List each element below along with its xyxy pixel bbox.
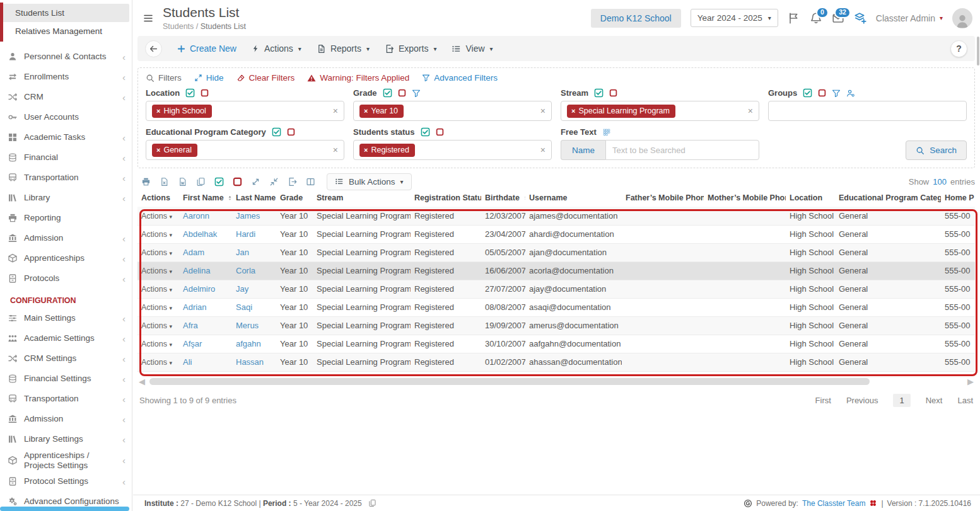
cell-last-name[interactable]: Merus: [232, 316, 276, 335]
chip-remove-icon[interactable]: ×: [364, 146, 368, 154]
cell-last-name[interactable]: Hassan: [232, 353, 276, 371]
breadcrumb-parent[interactable]: Students: [163, 22, 194, 31]
copy-toolbar-button[interactable]: [192, 174, 209, 189]
clear-field-icon[interactable]: ×: [540, 106, 545, 116]
columns-toolbar-button[interactable]: [302, 174, 319, 189]
row-actions-dropdown[interactable]: Actions ▾: [141, 230, 172, 239]
chip-remove-icon[interactable]: ×: [156, 146, 160, 154]
cell-first-name[interactable]: Afşar: [179, 335, 232, 353]
sidebar-item-reporting[interactable]: Reporting: [0, 208, 132, 228]
reports-dropdown[interactable]: Reports ▾: [317, 43, 370, 54]
redsq-icon[interactable]: [287, 128, 295, 136]
sidebar-item-apprenticeships[interactable]: Apprenticeships‹: [0, 248, 132, 268]
clear-field-icon[interactable]: ×: [540, 145, 545, 155]
cell-last-name[interactable]: Saqi: [232, 298, 276, 316]
redsq-icon[interactable]: [436, 128, 444, 136]
sidebar-item-financial[interactable]: Financial‹: [0, 147, 132, 168]
create-new-button[interactable]: Create New: [177, 43, 236, 54]
redsq-icon[interactable]: [398, 89, 406, 97]
sidebar-item-transportation[interactable]: Transportation‹: [0, 168, 132, 188]
userplus-icon[interactable]: [846, 89, 855, 98]
redsq-icon[interactable]: [609, 89, 617, 97]
cell-first-name[interactable]: Adrian: [179, 298, 232, 316]
cell-last-name[interactable]: afgahn: [232, 335, 276, 353]
sidebar-item-library[interactable]: Library‹: [0, 188, 132, 208]
free-text-input[interactable]: [605, 140, 759, 160]
view-dropdown[interactable]: View ▾: [452, 43, 493, 54]
table-row[interactable]: Actions ▾AdrianSaqiYear 10Special Learni…: [137, 298, 975, 316]
sidebar-item-admission[interactable]: Admission‹: [0, 409, 132, 429]
redsq-icon[interactable]: [201, 89, 209, 97]
avatar[interactable]: [952, 8, 972, 28]
redsq-toolbar-button[interactable]: [229, 174, 246, 189]
thgrid-icon[interactable]: [602, 128, 611, 137]
sidebar-item-transportation[interactable]: Transportation‹: [0, 389, 132, 409]
checksq-icon[interactable]: [272, 127, 281, 137]
sidebar-item-user-accounts[interactable]: User Accounts: [0, 107, 132, 127]
cell-last-name[interactable]: James: [232, 207, 276, 225]
bulk-actions-button[interactable]: Bulk Actions ▾: [327, 173, 412, 190]
sidebar-item-enrollments[interactable]: Enrollments‹: [0, 67, 132, 87]
free-text-field-select[interactable]: Name: [561, 140, 605, 160]
year-selector[interactable]: Year 2024 - 2025 ▾: [691, 9, 778, 27]
layers-add-icon[interactable]: [854, 12, 866, 25]
checksq-icon[interactable]: [803, 88, 812, 98]
filter-chip-general[interactable]: ×General: [152, 144, 197, 157]
checksq-icon[interactable]: [594, 88, 604, 98]
column-header-home-p[interactable]: Home P: [941, 192, 975, 207]
sidebar-item-admission[interactable]: Admission‹: [0, 228, 132, 248]
table-row[interactable]: Actions ▾AbdelhakHardiYear 10Special Lea…: [137, 225, 975, 243]
table-row[interactable]: Actions ▾AdelmiroJayYear 10Special Learn…: [137, 280, 975, 298]
school-selector[interactable]: Demo K12 School: [591, 9, 681, 28]
search-button[interactable]: Search: [906, 141, 967, 160]
page-next[interactable]: Next: [926, 396, 943, 405]
signout-toolbar-button[interactable]: [284, 174, 301, 189]
user-menu[interactable]: Classter Admin ▾: [876, 13, 943, 23]
clear-field-icon[interactable]: ×: [333, 145, 338, 155]
column-header-location[interactable]: Location: [786, 192, 835, 207]
clear-field-icon[interactable]: ×: [333, 106, 338, 116]
column-header-last-name[interactable]: Last Name: [232, 192, 276, 207]
redsq-icon[interactable]: [818, 89, 826, 97]
filter-chip-registered[interactable]: ×Registered: [359, 144, 415, 157]
row-actions-dropdown[interactable]: Actions ▾: [141, 285, 172, 294]
row-actions-dropdown[interactable]: Actions ▾: [141, 321, 172, 330]
filter-select-location[interactable]: ×High School×: [146, 101, 344, 121]
checksq-icon[interactable]: [383, 88, 392, 98]
sidebar-item-main-settings[interactable]: Main Settings‹: [0, 308, 132, 328]
cell-first-name[interactable]: Adelina: [179, 261, 232, 280]
cell-first-name[interactable]: Afra: [179, 316, 232, 335]
sidebar-item-protocols[interactable]: Protocols‹: [0, 268, 132, 289]
row-actions-dropdown[interactable]: Actions ▾: [141, 303, 172, 312]
sidebar-item-academic-tasks[interactable]: Academic Tasks‹: [0, 127, 132, 147]
printer-toolbar-button[interactable]: [137, 174, 155, 189]
table-row[interactable]: Actions ▾AliHassanYear 10Special Learnin…: [137, 353, 975, 371]
clear-filters-button[interactable]: Clear Filters: [236, 73, 295, 83]
notifications-bell-icon[interactable]: 0: [810, 12, 822, 25]
checksq-toolbar-button[interactable]: [211, 174, 228, 189]
classter-team-link[interactable]: The Classter Team: [802, 499, 865, 508]
filter-select-students-status[interactable]: ×Registered×: [353, 140, 552, 160]
exports-dropdown[interactable]: Exports ▾: [385, 43, 437, 54]
entries-count-select[interactable]: 100: [933, 177, 947, 187]
column-header-username[interactable]: Username: [525, 192, 622, 207]
page-first[interactable]: First: [815, 396, 831, 405]
funnel-icon[interactable]: [832, 89, 841, 98]
filter-select-grade[interactable]: ×Year 10×: [353, 101, 552, 121]
filter-chip-high-school[interactable]: ×High School: [152, 105, 212, 118]
back-button[interactable]: [145, 40, 162, 57]
column-header-first-name[interactable]: First Name: [179, 192, 232, 207]
sidebar-scrollbar[interactable]: [0, 507, 129, 511]
chip-remove-icon[interactable]: ×: [364, 107, 368, 115]
sidebar-item-personnel-contacts[interactable]: Personnel & Contacts‹: [0, 47, 132, 67]
checksq-icon[interactable]: [421, 127, 430, 137]
sidebar-item-crm[interactable]: CRM‹: [0, 87, 132, 107]
cell-last-name[interactable]: Hardi: [232, 225, 276, 243]
table-row[interactable]: Actions ▾AfraMerusYear 10Special Learnin…: [137, 316, 975, 335]
checksq-icon[interactable]: [185, 88, 195, 98]
sidebar-item-apprenticeships-projects-settings[interactable]: Apprenticeships / Projects Settings‹: [0, 449, 132, 471]
column-header-mother-s-mobile-phone[interactable]: Mother’s Mobile Phone: [704, 192, 786, 207]
cell-first-name[interactable]: Abdelhak: [179, 225, 232, 243]
column-header-father-s-mobile-phone[interactable]: Father’s Mobile Phone: [622, 192, 704, 207]
cell-last-name[interactable]: Jan: [232, 243, 276, 261]
